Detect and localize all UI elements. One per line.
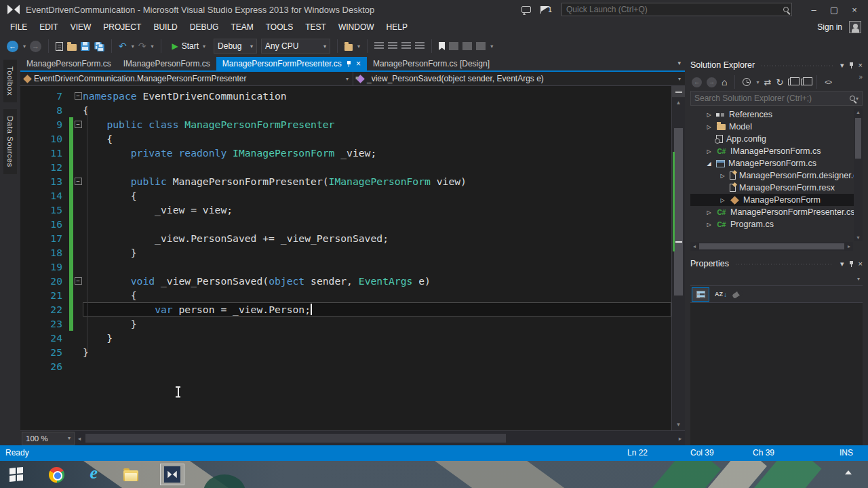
file-explorer-icon[interactable] bbox=[123, 470, 138, 481]
navigate-backward-dropdown-icon[interactable]: ▾ bbox=[23, 43, 26, 49]
document-tab[interactable]: ManagePersonFormPresenter.cs× bbox=[216, 57, 367, 70]
code-text[interactable]: { bbox=[83, 103, 671, 117]
solution-explorer-titlebar[interactable]: Solution Explorer ▾ × bbox=[690, 57, 863, 73]
window-position-dropdown-icon[interactable]: ▾ bbox=[840, 61, 844, 70]
categorized-view-button[interactable] bbox=[692, 287, 709, 302]
code-text[interactable]: _view.PersonSaved += _view_PersonSaved; bbox=[83, 231, 671, 245]
code-text[interactable]: } bbox=[83, 245, 671, 260]
redo-dropdown-icon[interactable]: ▾ bbox=[151, 43, 154, 49]
tree-item-managepersonform-cs[interactable]: ◢ManagePersonForm.cs bbox=[690, 157, 863, 169]
indent-decrease-icon[interactable] bbox=[374, 42, 384, 50]
show-hidden-icons-icon[interactable] bbox=[845, 470, 852, 474]
code-line[interactable]: 10 { bbox=[20, 131, 671, 146]
se-scroll-down-icon[interactable]: ▼ bbox=[854, 235, 863, 240]
sync-with-active-document-icon[interactable]: ⇄ bbox=[764, 78, 771, 87]
previous-bookmark-icon[interactable] bbox=[449, 42, 458, 50]
menu-item-file[interactable]: FILE bbox=[4, 20, 33, 35]
code-line[interactable]: 20− void _view_PersonSaved(object sender… bbox=[20, 274, 671, 288]
scroll-right-icon[interactable]: ▸ bbox=[675, 431, 685, 445]
code-line[interactable]: 7−namespace EventDrivenCommunication bbox=[20, 89, 671, 103]
tree-item-program-cs[interactable]: ▷C#Program.cs bbox=[690, 218, 863, 230]
code-text[interactable]: void _view_PersonSaved(object sender, Ev… bbox=[83, 274, 671, 288]
comment-lines-icon[interactable] bbox=[401, 42, 411, 50]
properties-object-select[interactable]: ▾ bbox=[690, 272, 863, 285]
redo-button[interactable]: ↷ bbox=[138, 41, 146, 51]
se-scroll-right-icon[interactable]: ▸ bbox=[845, 243, 853, 249]
solution-configuration-select[interactable]: Debug ▾ bbox=[214, 39, 257, 54]
notifications-button[interactable]: 1 bbox=[540, 5, 552, 14]
tree-expander-icon[interactable]: ▷ bbox=[705, 124, 713, 130]
scroll-up-icon[interactable]: ▲ bbox=[672, 98, 685, 107]
code-line[interactable]: 15 _view = view; bbox=[20, 203, 671, 217]
save-icon[interactable] bbox=[81, 42, 90, 51]
code-text[interactable]: namespace EventDrivenCommunication bbox=[83, 89, 671, 103]
editor-horizontal-scrollbar[interactable]: ◂ ▸ bbox=[75, 431, 685, 445]
code-text[interactable]: } bbox=[83, 317, 671, 331]
minimize-button[interactable]: – bbox=[804, 2, 823, 17]
find-dropdown-icon[interactable]: ▾ bbox=[357, 43, 360, 49]
fold-collapse-icon[interactable]: − bbox=[75, 92, 82, 100]
show-all-files-icon[interactable] bbox=[801, 79, 809, 85]
code-line[interactable]: 17 _view.PersonSaved += _view_PersonSave… bbox=[20, 231, 671, 245]
view-code-icon[interactable]: <> bbox=[825, 79, 831, 86]
tree-expander-icon[interactable]: ◢ bbox=[705, 161, 713, 167]
member-navigation-dropdown[interactable]: _view_PersonSaved(object sender, EventAr… bbox=[353, 72, 685, 85]
indent-increase-icon[interactable] bbox=[388, 42, 397, 50]
open-file-icon[interactable] bbox=[67, 44, 77, 51]
tree-expander-icon[interactable]: ▷ bbox=[705, 112, 713, 118]
editor-splitter-handle[interactable] bbox=[672, 86, 685, 98]
fold-collapse-icon[interactable]: − bbox=[75, 178, 82, 185]
code-line[interactable]: 24 } bbox=[20, 331, 671, 345]
code-text[interactable] bbox=[83, 260, 671, 274]
code-text[interactable] bbox=[83, 217, 671, 231]
tree-item-imanagepersonform-cs[interactable]: ▷C#IManagePersonForm.cs bbox=[690, 145, 863, 157]
code-line[interactable]: 11 private readonly IManagePersonForm _v… bbox=[20, 146, 671, 160]
se-toolbar-overflow-icon[interactable]: » bbox=[859, 73, 863, 81]
fold-collapse-icon[interactable]: − bbox=[75, 277, 82, 285]
toolbar-overflow-icon[interactable]: ▾ bbox=[490, 43, 493, 49]
tab-close-icon[interactable]: × bbox=[356, 59, 361, 68]
internet-explorer-icon[interactable]: e bbox=[90, 464, 98, 482]
code-text[interactable] bbox=[83, 359, 671, 373]
properties-titlebar[interactable]: Properties ▾ × bbox=[690, 256, 863, 272]
navigate-forward-button[interactable]: → bbox=[30, 41, 41, 52]
tree-item-managepersonform-designer-cs[interactable]: ▷ManagePersonForm.designer.cs bbox=[690, 169, 863, 182]
side-tab-toolbox[interactable]: Toolbox bbox=[3, 60, 17, 102]
home-icon[interactable]: ⌂ bbox=[722, 77, 727, 87]
horizontal-scroll-thumb[interactable] bbox=[85, 434, 506, 443]
menu-item-edit[interactable]: EDIT bbox=[33, 20, 64, 35]
se-back-icon[interactable]: ← bbox=[692, 77, 702, 87]
code-line[interactable]: 12 bbox=[20, 160, 671, 174]
properties-pin-icon[interactable] bbox=[848, 260, 854, 268]
se-horizontal-scrollbar[interactable]: ◂ ▸ bbox=[690, 242, 853, 251]
fold-collapse-icon[interactable]: − bbox=[75, 121, 82, 128]
code-text[interactable]: private readonly IManagePersonForm _view… bbox=[83, 146, 671, 160]
feedback-icon[interactable] bbox=[521, 6, 531, 13]
code-line[interactable]: 13− public ManagePersonFormPresenter(IMa… bbox=[20, 174, 671, 188]
close-panel-icon[interactable]: × bbox=[859, 61, 863, 69]
tree-expander-icon[interactable]: ▷ bbox=[719, 173, 726, 179]
refresh-icon[interactable]: ↻ bbox=[776, 78, 783, 87]
code-line[interactable]: 19 bbox=[20, 260, 671, 274]
code-text[interactable]: _view = view; bbox=[83, 203, 671, 217]
document-tab[interactable]: IManagePersonForm.cs bbox=[117, 57, 216, 70]
menu-item-view[interactable]: VIEW bbox=[64, 20, 98, 35]
code-text[interactable]: { bbox=[83, 188, 671, 203]
se-vertical-scroll-thumb[interactable] bbox=[855, 118, 861, 159]
side-tab-data-sources[interactable]: Data Sources bbox=[3, 109, 17, 174]
solution-explorer-search-input[interactable] bbox=[694, 94, 850, 103]
code-text[interactable]: { bbox=[83, 131, 671, 146]
tree-expander-icon[interactable]: ▷ bbox=[705, 209, 713, 216]
save-all-icon[interactable] bbox=[94, 41, 104, 52]
new-file-icon[interactable] bbox=[56, 42, 63, 51]
editor-zoom-select[interactable]: 100 % ▾ bbox=[22, 432, 75, 445]
code-line[interactable]: 14 { bbox=[20, 188, 671, 203]
tree-item-app-config[interactable]: App.config bbox=[690, 133, 863, 145]
visual-studio-taskbar-button[interactable] bbox=[160, 464, 184, 485]
tree-item-managepersonform-resx[interactable]: ManagePersonForm.resx bbox=[690, 182, 863, 194]
menu-item-team[interactable]: TEAM bbox=[224, 20, 259, 35]
se-horizontal-scroll-thumb[interactable] bbox=[699, 243, 844, 249]
tree-expander-icon[interactable]: ▷ bbox=[705, 222, 713, 228]
collapse-all-icon[interactable] bbox=[788, 79, 796, 85]
close-button[interactable]: × bbox=[845, 2, 864, 17]
